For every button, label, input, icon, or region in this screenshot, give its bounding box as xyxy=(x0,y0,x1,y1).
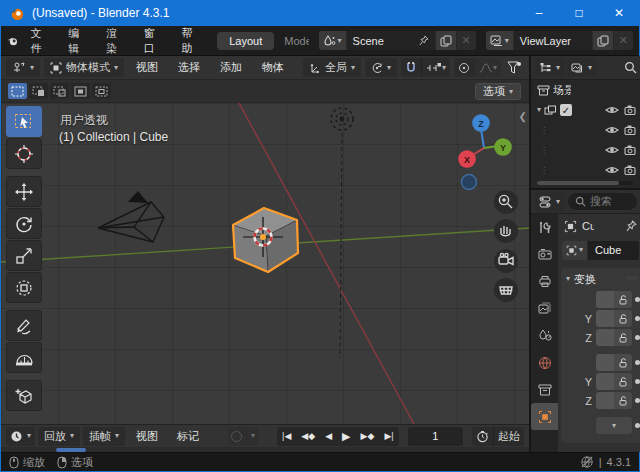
scene-new-button[interactable] xyxy=(435,31,456,50)
outliner-row-object-1[interactable]: ⋮ xyxy=(531,120,640,140)
close-button[interactable]: ✕ xyxy=(599,0,639,26)
scene-name-field[interactable]: Scene xyxy=(347,31,435,50)
tool-scale[interactable] xyxy=(6,240,42,271)
timeline-menu-view[interactable]: 视图 xyxy=(128,427,166,446)
prev-keyframe-button[interactable]: ◀◆ xyxy=(296,427,320,446)
tool-move[interactable] xyxy=(6,176,42,207)
outliner-row-object-2[interactable]: ⋮ xyxy=(531,140,640,160)
editor-type-button[interactable]: ▾ xyxy=(6,58,40,77)
rotation-x-field[interactable] xyxy=(596,354,614,371)
pin-icon[interactable] xyxy=(419,35,429,46)
animate-dot[interactable] xyxy=(635,316,640,321)
outliner-row-object-3[interactable]: ⋮ xyxy=(531,160,640,180)
keying-menu[interactable]: 插帧▾ xyxy=(83,427,125,446)
snap-settings-button[interactable]: ▾ xyxy=(421,58,450,77)
menu-render[interactable]: 渲染 xyxy=(96,23,132,59)
use-preview-range-button[interactable] xyxy=(472,427,493,446)
select-mode-set-button[interactable] xyxy=(8,83,27,99)
lock-toggle[interactable] xyxy=(614,354,632,371)
lock-toggle[interactable] xyxy=(614,373,632,390)
hide-eye-icon[interactable] xyxy=(605,125,619,135)
animate-dot[interactable] xyxy=(635,398,640,403)
menu-help[interactable]: 帮助 xyxy=(171,23,207,59)
workspace-tab-layout[interactable]: Layout xyxy=(217,32,274,50)
navigation-gizmo[interactable]: Z Y X xyxy=(458,114,512,189)
menu-window[interactable]: 窗口 xyxy=(134,23,170,59)
tab-collection[interactable] xyxy=(531,376,558,403)
camera-object[interactable] xyxy=(98,191,164,242)
outliner-display-mode-button[interactable]: ▾ xyxy=(567,58,596,77)
properties-search-input[interactable]: 搜索 xyxy=(568,193,637,210)
outliner-hscrollbar[interactable] xyxy=(537,181,633,185)
pin-icon[interactable] xyxy=(626,220,637,232)
playback-menu[interactable]: 回放▾ xyxy=(38,427,80,446)
menu-select[interactable]: 选择 xyxy=(170,58,208,77)
viewlayer-new-button[interactable] xyxy=(592,31,613,50)
tab-object[interactable] xyxy=(531,403,558,430)
animate-dot[interactable] xyxy=(635,335,640,340)
hide-eye-icon[interactable] xyxy=(605,165,619,175)
play-button[interactable]: ▶ xyxy=(337,427,355,446)
camera-view-button-bg[interactable] xyxy=(494,249,518,273)
panel-grip-icon[interactable]: ∷∷ xyxy=(627,275,638,283)
start-frame-field[interactable]: 起始 xyxy=(493,427,524,446)
timeline-menu-marker[interactable]: 标记 xyxy=(169,427,207,446)
properties-editor-type-button[interactable]: ▾ xyxy=(535,192,564,211)
lock-toggle[interactable] xyxy=(614,310,632,327)
outliner-type-button[interactable]: ▾ xyxy=(535,58,564,77)
collection-checkbox[interactable]: ✓ xyxy=(560,104,572,116)
render-camera-icon[interactable] xyxy=(624,165,637,175)
jump-to-end-button[interactable]: ▶| xyxy=(379,427,398,446)
tool-annotate[interactable] xyxy=(6,310,42,341)
animate-dot[interactable] xyxy=(635,423,640,428)
menu-view[interactable]: 视图 xyxy=(128,58,166,77)
next-keyframe-button[interactable]: ▶◆ xyxy=(356,427,380,446)
tab-render[interactable] xyxy=(531,241,558,268)
rotation-y-field[interactable] xyxy=(596,373,614,390)
breadcrumb-object-name[interactable]: Cube xyxy=(582,220,594,232)
rotation-z-field[interactable] xyxy=(596,392,614,409)
lock-toggle[interactable] xyxy=(614,392,632,409)
select-mode-invert-button[interactable] xyxy=(71,83,90,99)
select-mode-subtract-button[interactable] xyxy=(50,83,69,99)
tab-output[interactable] xyxy=(531,268,558,295)
play-reverse-button[interactable]: ◀ xyxy=(320,427,337,446)
tool-select-box[interactable] xyxy=(6,106,42,137)
panel-expand-chevron-icon[interactable]: ▾ xyxy=(566,275,570,283)
render-camera-icon[interactable] xyxy=(624,145,637,155)
render-camera-icon[interactable] xyxy=(624,105,637,115)
viewlayer-browse-button[interactable]: ▾ xyxy=(486,31,514,50)
mode-selector[interactable]: 物体模式 ▾ xyxy=(44,58,124,77)
rotation-mode-dropdown[interactable]: ▾ xyxy=(596,417,632,434)
transform-orientation-selector[interactable]: 全局 ▾ xyxy=(303,58,361,77)
snap-toggle-button[interactable] xyxy=(401,58,421,77)
tab-world[interactable] xyxy=(531,349,558,376)
tool-transform[interactable] xyxy=(6,272,42,303)
auto-key-toggle[interactable] xyxy=(227,427,246,446)
menu-edit[interactable]: 编辑 xyxy=(58,23,94,59)
viewlayer-name-field[interactable]: ViewLayer xyxy=(514,31,592,50)
animate-dot[interactable] xyxy=(635,297,640,302)
minimize-button[interactable]: – xyxy=(519,0,559,26)
menu-add[interactable]: 添加 xyxy=(212,58,250,77)
tool-add-primitive[interactable] xyxy=(6,380,42,411)
animate-dot[interactable] xyxy=(635,379,640,384)
gizmo-negative-axis-ball[interactable] xyxy=(462,175,477,190)
expand-chevron-icon[interactable]: ▾ xyxy=(537,106,541,114)
timeline-editor-type-button[interactable]: ▾ xyxy=(6,427,35,446)
jump-to-start-button[interactable]: |◀ xyxy=(277,427,296,446)
cube-object[interactable] xyxy=(233,208,298,272)
hide-eye-icon[interactable] xyxy=(605,145,619,155)
blender-app-icon[interactable] xyxy=(7,34,18,48)
tool-cursor[interactable] xyxy=(6,138,42,169)
tab-tool[interactable] xyxy=(531,214,558,241)
light-object[interactable] xyxy=(331,108,353,358)
proportional-edit-toggle[interactable] xyxy=(454,58,474,77)
render-camera-icon[interactable] xyxy=(624,125,637,135)
pan-button-bg[interactable] xyxy=(494,219,518,243)
location-x-field[interactable] xyxy=(596,291,614,308)
auto-key-settings[interactable]: ▾ xyxy=(246,427,259,446)
lock-toggle[interactable] xyxy=(614,329,632,346)
viewlayer-remove-button[interactable]: ✕ xyxy=(613,31,633,50)
zoom-button-bg[interactable] xyxy=(494,190,518,214)
